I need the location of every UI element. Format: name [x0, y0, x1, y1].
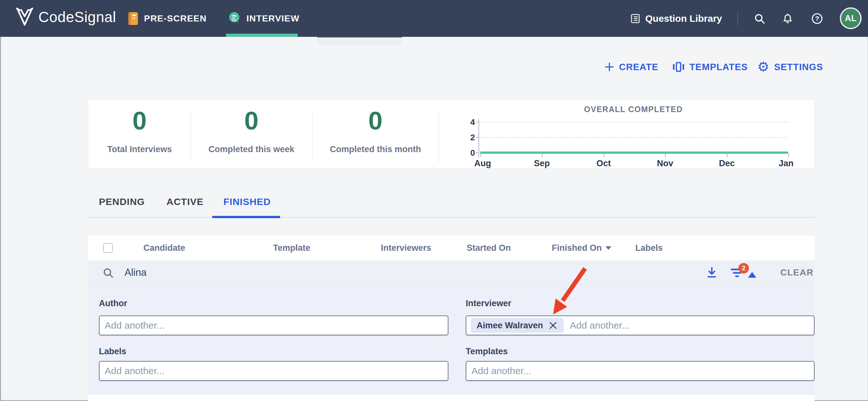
create-button[interactable]: CREATE — [604, 60, 658, 74]
interviewer-filter-field[interactable]: Aimee Walraven — [466, 315, 814, 335]
interviews-table-header: Candidate Template Interviewers Started … — [88, 235, 814, 260]
tabs-baseline — [88, 217, 814, 218]
stat-value: 0 — [88, 108, 191, 134]
question-library-icon — [630, 13, 641, 24]
svg-text:?: ? — [815, 15, 819, 22]
author-filter-field[interactable] — [99, 315, 448, 335]
column-started-on[interactable]: Started On — [467, 235, 511, 260]
stat-value: 0 — [191, 108, 312, 134]
codesignal-interview-page: CodeSignal PRE-SCREEN INTERVIEW — [0, 0, 868, 401]
x-axis-label: Aug — [474, 159, 491, 169]
x-axis-label: Sep — [534, 159, 550, 169]
avatar-initials: AL — [845, 13, 857, 23]
y-axis-tick-label: 4 — [456, 118, 475, 126]
download-icon[interactable] — [705, 266, 718, 280]
notifications-bell-icon[interactable] — [781, 12, 795, 25]
select-all-checkbox[interactable] — [103, 243, 113, 253]
annotation-arrow — [544, 262, 591, 317]
question-library-link[interactable]: Question Library — [630, 0, 722, 37]
y-axis-line — [478, 119, 479, 158]
column-finished-on[interactable]: Finished On — [552, 235, 611, 260]
settings-button[interactable]: ⚙ SETTINGS — [757, 60, 823, 74]
stat-label: Completed this week — [191, 144, 312, 154]
labels-filter-label: Labels — [99, 347, 126, 356]
x-axis-label: Oct — [596, 159, 611, 169]
templates-label: TEMPLATES — [689, 62, 748, 73]
active-tab-indicator — [226, 34, 298, 37]
navbar-divider — [737, 11, 738, 26]
stat-divider — [439, 111, 439, 162]
interview-stats-card: 0 Total Interviews 0 Completed this week… — [88, 99, 814, 169]
x-axis-label: Dec — [719, 159, 735, 169]
logo-text: CodeSignal — [38, 8, 116, 26]
question-library-label: Question Library — [645, 13, 722, 24]
remove-chip-icon[interactable] — [548, 321, 558, 330]
templates-filter-input[interactable] — [471, 363, 809, 379]
filters-panel: Author Interviewer Aimee Walraven Labels… — [88, 285, 814, 395]
templates-filter-field[interactable] — [466, 361, 814, 381]
stat-label: Total Interviews — [88, 144, 191, 154]
labels-filter-input[interactable] — [104, 363, 443, 379]
gear-icon: ⚙ — [757, 60, 770, 74]
y-axis-tick-label: 2 — [456, 133, 475, 142]
collapse-filters-icon[interactable] — [748, 272, 756, 278]
x-axis-tick — [542, 153, 542, 157]
column-template[interactable]: Template — [273, 235, 310, 260]
interviewer-filter-label: Interviewer — [466, 298, 512, 309]
x-axis-tick — [603, 153, 604, 157]
stat-total-interviews: 0 Total Interviews — [88, 99, 191, 169]
stat-label: Completed this month — [312, 144, 439, 154]
interviewer-chip: Aimee Walraven — [471, 318, 564, 333]
x-axis-tick — [480, 153, 481, 157]
templates-filter-label: Templates — [466, 347, 508, 356]
author-filter-input[interactable] — [104, 317, 443, 334]
x-axis-tick — [727, 153, 727, 157]
candidate-search-input[interactable] — [124, 264, 444, 281]
table-first-row-edge — [88, 395, 814, 401]
user-avatar[interactable]: AL — [840, 7, 862, 29]
chat-bubble-icon — [228, 12, 241, 25]
stat-completed-week: 0 Completed this week — [191, 99, 312, 169]
tab-active[interactable]: ACTIVE — [166, 196, 204, 207]
nav-tab-label: INTERVIEW — [246, 13, 300, 24]
stat-completed-month: 0 Completed this month — [312, 99, 439, 169]
create-label: CREATE — [619, 62, 658, 73]
plus-icon — [604, 62, 615, 72]
search-magnifier-icon — [102, 267, 114, 279]
dropdown-panel-fill — [317, 37, 402, 45]
codesignal-logo[interactable]: CodeSignal — [16, 7, 116, 27]
nav-tab-interview[interactable]: INTERVIEW — [228, 0, 300, 37]
x-axis-tick — [665, 153, 666, 157]
codesignal-logo-icon — [16, 7, 33, 27]
interviewer-chip-label: Aimee Walraven — [476, 321, 543, 331]
stat-value: 0 — [312, 108, 439, 134]
tabs-active-underline — [212, 216, 280, 218]
notebook-icon — [127, 11, 139, 26]
chart-data-line — [480, 151, 788, 154]
column-candidate[interactable]: Candidate — [144, 235, 185, 260]
y-axis-tick-label: 0 — [456, 149, 475, 157]
search-filter-bar: 2 CLEAR — [88, 260, 814, 285]
column-labels[interactable]: Labels — [635, 235, 663, 260]
chart-gridline — [479, 122, 788, 122]
top-navbar: CodeSignal PRE-SCREEN INTERVIEW — [0, 0, 868, 37]
labels-filter-field[interactable] — [99, 361, 448, 381]
help-icon[interactable]: ? — [810, 12, 824, 25]
templates-button[interactable]: TEMPLATES — [672, 60, 748, 74]
x-axis-label: Nov — [657, 159, 673, 169]
templates-icon — [672, 61, 685, 73]
interviewer-filter-input[interactable] — [569, 317, 809, 334]
nav-tab-label: PRE-SCREEN — [144, 13, 207, 24]
clear-filters-button[interactable]: CLEAR — [780, 260, 814, 285]
chart-title: OVERALL COMPLETED — [584, 105, 683, 114]
filter-count-badge: 2 — [738, 263, 749, 274]
sort-caret-icon — [606, 246, 611, 250]
tab-pending[interactable]: PENDING — [99, 196, 145, 207]
search-icon[interactable] — [753, 12, 766, 25]
tab-finished[interactable]: FINISHED — [223, 196, 271, 207]
column-interviewers[interactable]: Interviewers — [381, 235, 431, 260]
settings-label: SETTINGS — [774, 62, 823, 73]
chart-gridline — [479, 137, 788, 138]
nav-tab-pre-screen[interactable]: PRE-SCREEN — [127, 0, 207, 37]
x-axis-tick — [788, 153, 789, 157]
